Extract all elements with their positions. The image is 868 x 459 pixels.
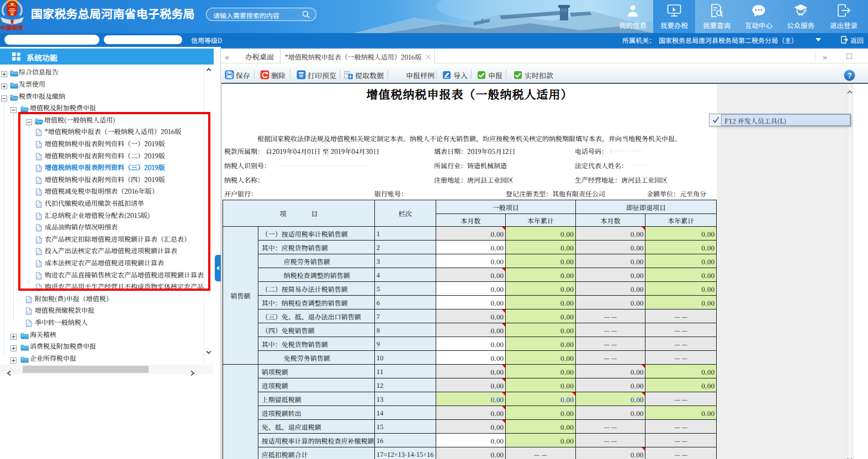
svg-text:?: ?: [847, 71, 852, 80]
